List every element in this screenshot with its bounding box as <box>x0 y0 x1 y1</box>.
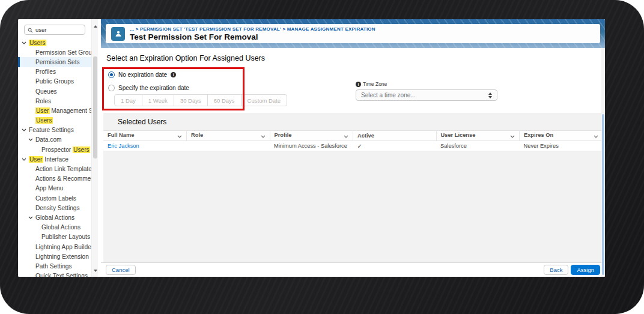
user-icon <box>111 27 125 41</box>
setup-sidebar: user UsersPermission Set GroupsPermissio… <box>18 19 101 277</box>
assign-button[interactable]: Assign <box>571 265 600 275</box>
sidebar-item-label: Feature Settings <box>29 127 74 133</box>
sidebar-item-actions-recommendations[interactable]: Actions & Recommendations <box>18 174 91 184</box>
duration-button-30-days[interactable]: 30 Days <box>174 94 208 106</box>
sidebar-item-publisher-layouts[interactable]: Publisher Layouts <box>18 232 91 242</box>
sidebar-item-queues[interactable]: Queues <box>18 86 91 96</box>
sidebar-item-path-settings[interactable]: Path Settings <box>18 261 91 271</box>
sidebar-item-quick-text-settings[interactable]: Quick Text Settings <box>18 271 91 277</box>
chevron-down-icon[interactable] <box>28 138 35 141</box>
sidebar-item-user-interface[interactable]: User Interface <box>18 154 91 164</box>
duration-button-1-week[interactable]: 1 Week <box>142 94 174 106</box>
sidebar-item-data-com[interactable]: Data.com <box>18 135 91 145</box>
sidebar-item-lightning-extension[interactable]: Lightning Extension <box>18 252 91 261</box>
table-header-row: Full NameRoleProfileActiveUser LicenseEx… <box>103 131 603 141</box>
option-label: No expiration date <box>118 71 167 78</box>
expiration-section-heading: Select an Expiration Option For Assigned… <box>106 54 265 62</box>
column-header-user-license[interactable]: User License <box>436 131 520 141</box>
sort-chevron-icon[interactable] <box>261 133 266 139</box>
sidebar-item-custom-labels[interactable]: Custom Labels <box>18 193 91 203</box>
option-label: Specify the expiration date <box>118 85 189 91</box>
column-header-role[interactable]: Role <box>187 131 270 141</box>
sidebar-item-label: Lightning Extension <box>35 253 89 260</box>
sort-chevron-icon[interactable] <box>177 133 182 139</box>
main-scrollbar[interactable] <box>601 48 605 277</box>
sidebar-item-label: Prospector Users <box>41 146 90 153</box>
search-icon <box>28 25 33 35</box>
column-header-expires-on[interactable]: Expires On <box>520 131 603 141</box>
sort-chevron-icon[interactable] <box>510 133 515 139</box>
scroll-down-icon[interactable] <box>94 270 97 272</box>
sidebar-item-permission-sets[interactable]: Permission Sets <box>18 57 91 67</box>
expiration-option-specify-the-expiration-date[interactable]: Specify the expiration date <box>108 81 189 94</box>
chevron-down-icon[interactable] <box>28 216 35 219</box>
timezone-selected-value: Select a time zone... <box>361 92 488 98</box>
radio-unselected[interactable] <box>108 85 115 91</box>
sidebar-item-users[interactable]: Users <box>18 38 91 47</box>
sidebar-item-lightning-app-builder[interactable]: Lightning App Builder <box>18 242 91 252</box>
table-body: Eric JacksonMinimum Access - Salesforce✓… <box>103 141 603 151</box>
sidebar-item-label: Users <box>29 40 46 46</box>
breadcrumb[interactable]: ... > PERMISSION SET 'TEST PERMISSION SE… <box>130 26 375 32</box>
column-header-full-name[interactable]: Full Name <box>103 131 187 141</box>
cell-role <box>187 141 270 151</box>
duration-button-60-days[interactable]: 60 Days <box>208 94 242 106</box>
setup-nav-tree: UsersPermission Set GroupsPermission Set… <box>18 38 91 277</box>
sidebar-item-user-management-settings[interactable]: User Management Settings <box>18 106 91 115</box>
chevron-down-icon[interactable] <box>22 41 29 44</box>
user-name-link[interactable]: Eric Jackson <box>108 143 139 149</box>
search-input-value: user <box>35 26 46 33</box>
column-header-label: Profile <box>275 132 292 138</box>
main-content: ... > PERMISSION SET 'TEST PERMISSION SE… <box>101 19 605 277</box>
sidebar-item-label: Lightning App Builder <box>35 244 91 250</box>
column-header-label: Role <box>191 132 203 138</box>
sidebar-item-label: Roles <box>35 98 51 104</box>
column-header-label: Expires On <box>524 132 553 138</box>
sidebar-item-feature-settings[interactable]: Feature Settings <box>18 125 91 135</box>
main-scrollbar-thumb[interactable] <box>602 114 604 275</box>
sidebar-item-label: Public Groups <box>35 78 74 85</box>
selected-users-section: Selected Users Full NameRoleProfileActiv… <box>103 113 603 262</box>
active-check-icon: ✓ <box>357 143 362 149</box>
cancel-button[interactable]: Cancel <box>106 265 136 275</box>
duration-button-custom-date[interactable]: Custom Date <box>242 94 287 106</box>
action-footer: Cancel Back Assign <box>101 262 605 277</box>
sidebar-item-global-actions[interactable]: Global Actions <box>18 223 91 232</box>
radio-selected[interactable] <box>108 71 115 78</box>
info-icon: i <box>356 82 361 87</box>
back-button[interactable]: Back <box>544 265 568 275</box>
column-header-label: User License <box>441 132 476 138</box>
sidebar-item-public-groups[interactable]: Public Groups <box>18 77 91 86</box>
sidebar-item-app-menu[interactable]: App Menu <box>18 184 91 193</box>
duration-button-group: 1 Day1 Week30 Days60 DaysCustom Date <box>114 94 287 106</box>
sidebar-item-roles[interactable]: Roles <box>18 96 91 106</box>
salesforce-setup-window: user UsersPermission Set GroupsPermissio… <box>18 19 605 277</box>
expiration-option-no-expiration-date[interactable]: No expiration datei <box>108 68 189 81</box>
cell-expires-on: Never Expires <box>520 141 603 151</box>
screenshot-canvas: user UsersPermission Set GroupsPermissio… <box>0 0 644 314</box>
sidebar-item-profiles[interactable]: Profiles <box>18 67 91 77</box>
sidebar-scrollbar-thumb[interactable] <box>93 56 97 159</box>
sidebar-item-permission-set-groups[interactable]: Permission Set Groups <box>18 47 91 57</box>
selected-users-title: Selected Users <box>118 118 603 126</box>
sidebar-item-global-actions[interactable]: Global Actions <box>18 213 91 222</box>
sidebar-item-users[interactable]: Users <box>18 116 91 125</box>
select-stepper-icon <box>488 92 492 98</box>
quick-find-search-input[interactable]: user <box>24 25 85 35</box>
column-header-active[interactable]: Active <box>353 131 437 141</box>
column-header-profile[interactable]: Profile <box>270 131 353 141</box>
sort-chevron-icon[interactable] <box>344 133 348 139</box>
sidebar-item-density-settings[interactable]: Density Settings <box>18 203 91 213</box>
sidebar-item-action-link-templates[interactable]: Action Link Templates <box>18 164 91 174</box>
chevron-down-icon[interactable] <box>22 128 29 131</box>
duration-button-1-day[interactable]: 1 Day <box>114 94 142 106</box>
sidebar-item-prospector-users[interactable]: Prospector Users <box>18 145 91 154</box>
scroll-up-icon[interactable] <box>94 25 97 28</box>
timezone-select[interactable]: Select a time zone... <box>356 89 497 101</box>
sidebar-item-label: Permission Set Groups <box>35 49 91 56</box>
sort-chevron-icon[interactable] <box>594 133 598 139</box>
sidebar-item-label: Global Actions <box>41 224 80 231</box>
sidebar-scrollbar[interactable] <box>91 19 98 277</box>
sidebar-item-label: Path Settings <box>35 263 72 270</box>
chevron-down-icon[interactable] <box>22 158 29 161</box>
